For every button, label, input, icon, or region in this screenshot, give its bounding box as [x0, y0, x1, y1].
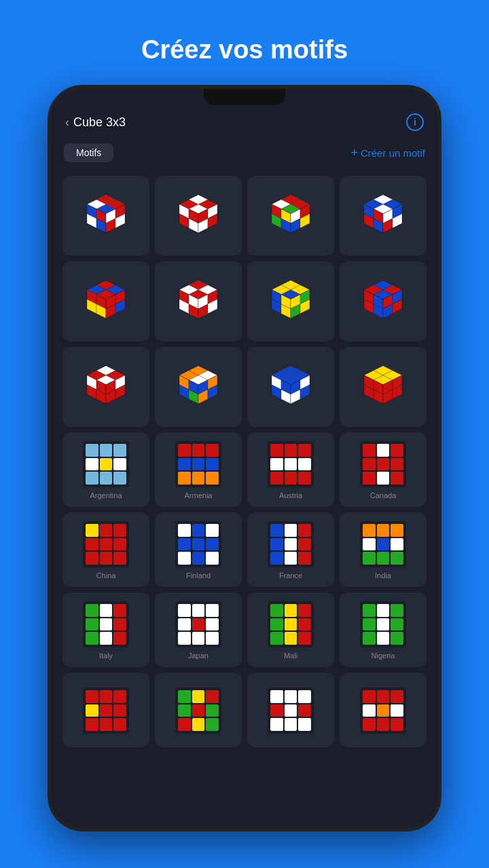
cube-card-japan[interactable]: Japan	[155, 592, 242, 667]
cube-card-extra1[interactable]	[62, 673, 149, 747]
cube-card-italy[interactable]: Italy	[62, 592, 149, 667]
cube-visual	[264, 189, 318, 244]
cube-card-mali[interactable]: Mali	[247, 592, 334, 667]
create-label: Créer un motif	[361, 147, 425, 159]
cube-label: Finland	[186, 571, 211, 580]
cube-card[interactable]	[247, 261, 334, 341]
cube-card-armenia[interactable]: Armenia	[155, 432, 242, 507]
cube-label: India	[375, 571, 391, 580]
cube-card[interactable]	[247, 176, 334, 256]
cube-label: Nigeria	[372, 652, 395, 660]
phone-screen: ‹ Cube 3x3 i Motifs + Créer un motif	[52, 89, 437, 827]
cube-card[interactable]	[62, 261, 149, 341]
cube-card[interactable]	[155, 347, 242, 427]
cube-label: France	[279, 571, 302, 580]
cube-visual	[171, 360, 225, 415]
flag-row-1: Argentina Armenia	[62, 432, 427, 507]
cube-card[interactable]	[247, 347, 334, 427]
toolbar: Motifs + Créer un motif	[52, 138, 437, 172]
cube-card[interactable]	[62, 347, 149, 427]
cube-card-india[interactable]: India	[340, 512, 427, 587]
flag-row-3: Italy Japan	[62, 592, 427, 667]
cube-visual	[171, 189, 225, 244]
create-motif-button[interactable]: + Créer un motif	[350, 146, 425, 160]
cube-card-austria[interactable]: Austria	[247, 432, 334, 507]
phone-frame: ‹ Cube 3x3 i Motifs + Créer un motif	[48, 85, 441, 831]
page-title: Créez vos motifs	[141, 0, 348, 85]
cube-label: Mali	[284, 652, 297, 660]
cube-card[interactable]	[340, 347, 427, 427]
info-icon[interactable]: i	[406, 113, 424, 131]
cube-card-china[interactable]: China	[62, 512, 149, 587]
cube-card[interactable]	[155, 261, 242, 341]
cube-visual	[264, 275, 318, 329]
cube-label: Canada	[370, 491, 397, 499]
cube-card[interactable]	[340, 261, 427, 341]
cube-card[interactable]	[340, 176, 427, 256]
cube-visual	[356, 189, 410, 244]
cube-card-nigeria[interactable]: Nigeria	[340, 592, 427, 667]
cube-label: Armenia	[185, 491, 213, 499]
cube-visual	[79, 360, 133, 415]
back-chevron-icon: ‹	[65, 115, 69, 130]
nav-title: Cube 3x3	[73, 115, 126, 130]
cube-visual	[264, 360, 318, 415]
cube-card-argentina[interactable]: Argentina	[62, 432, 149, 507]
cube-card-france[interactable]: France	[247, 512, 334, 587]
cube-card-extra4[interactable]	[340, 673, 427, 747]
cube-label: Italy	[99, 652, 113, 660]
cube-visual	[356, 360, 410, 415]
cube-visual	[79, 275, 133, 329]
cube-label: Argentina	[90, 491, 122, 499]
cube-visual	[171, 275, 225, 329]
pattern-row-3	[62, 347, 427, 427]
grid-container: Argentina Armenia	[52, 172, 437, 827]
pattern-row-1	[62, 176, 427, 256]
cube-visual	[356, 275, 410, 329]
flag-row-2: China Finland	[62, 512, 427, 587]
pattern-row-2	[62, 261, 427, 341]
cube-visual	[79, 189, 133, 244]
motifs-tab[interactable]: Motifs	[64, 143, 113, 162]
cube-card[interactable]	[62, 176, 149, 256]
plus-icon: +	[350, 146, 358, 160]
flag-row-4	[62, 673, 427, 747]
cube-card-finland[interactable]: Finland	[155, 512, 242, 587]
cube-card-extra2[interactable]	[155, 673, 242, 747]
phone-notch	[204, 89, 285, 105]
cube-card-canada[interactable]: Canada	[340, 432, 427, 507]
cube-label: China	[96, 571, 116, 580]
back-button[interactable]: ‹ Cube 3x3	[65, 115, 126, 130]
cube-label: Austria	[279, 491, 302, 499]
cube-label: Japan	[188, 652, 209, 660]
cube-card-extra3[interactable]	[247, 673, 334, 747]
cube-card[interactable]	[155, 176, 242, 256]
